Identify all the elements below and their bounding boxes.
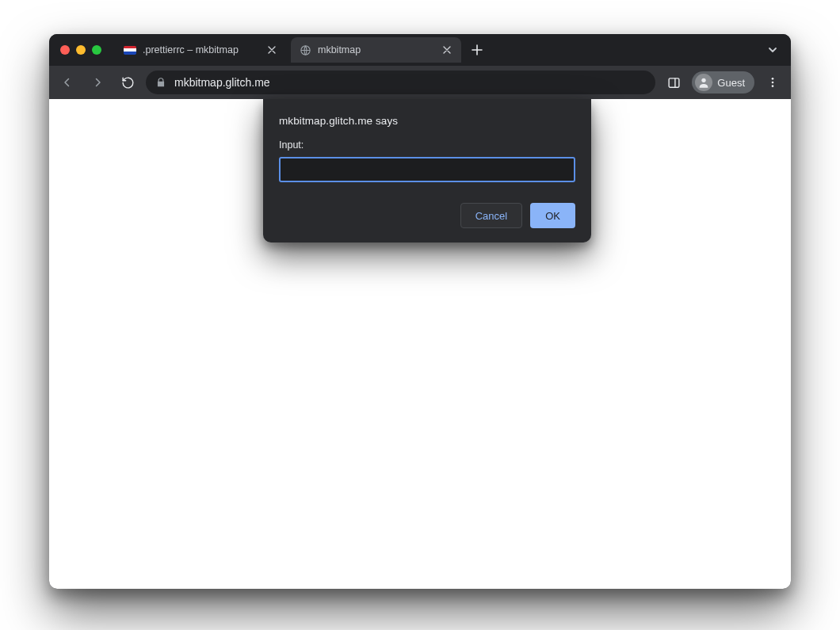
svg-rect-1 xyxy=(669,78,679,86)
window-controls xyxy=(60,45,101,55)
reload-button[interactable] xyxy=(116,71,139,94)
flag-icon xyxy=(124,44,136,56)
dialog-buttons: Cancel OK xyxy=(279,203,575,228)
toolbar: mkbitmap.glitch.me Guest xyxy=(49,66,791,99)
side-panel-button[interactable] xyxy=(662,71,685,94)
close-icon[interactable] xyxy=(441,44,453,56)
button-label: OK xyxy=(545,210,560,222)
chevron-down-icon[interactable] xyxy=(761,44,785,55)
url-text: mkbitmap.glitch.me xyxy=(174,76,270,89)
svg-point-5 xyxy=(772,85,774,87)
profile-label: Guest xyxy=(717,77,745,89)
back-button[interactable] xyxy=(55,71,79,94)
tab-title: mkbitmap xyxy=(318,44,434,55)
js-prompt-dialog: mkbitmap.glitch.me says Input: Cancel OK xyxy=(263,99,591,242)
window-minimize-button[interactable] xyxy=(76,45,86,55)
ok-button[interactable]: OK xyxy=(530,203,575,228)
kebab-menu-button[interactable] xyxy=(761,71,785,94)
forward-button[interactable] xyxy=(86,71,109,94)
browser-window: .prettierrc – mkbitmap mkbitmap xyxy=(49,34,791,589)
profile-chip[interactable]: Guest xyxy=(692,71,754,94)
new-tab-button[interactable] xyxy=(466,39,488,61)
tab-mkbitmap[interactable]: mkbitmap xyxy=(291,37,461,63)
window-zoom-button[interactable] xyxy=(92,45,101,55)
globe-icon xyxy=(299,44,311,56)
svg-point-3 xyxy=(772,78,774,80)
tab-strip: .prettierrc – mkbitmap mkbitmap xyxy=(49,34,791,66)
window-close-button[interactable] xyxy=(60,45,70,55)
svg-point-2 xyxy=(702,78,706,82)
dialog-prompt-label: Input: xyxy=(279,139,575,151)
svg-point-4 xyxy=(772,82,774,84)
tab-prettierrc[interactable]: .prettierrc – mkbitmap xyxy=(116,37,286,63)
page-content: mkbitmap.glitch.me says Input: Cancel OK xyxy=(49,99,791,589)
address-bar[interactable]: mkbitmap.glitch.me xyxy=(146,71,655,94)
prompt-input[interactable] xyxy=(279,157,575,182)
dialog-origin: mkbitmap.glitch.me says xyxy=(279,115,575,127)
tab-title: .prettierrc – mkbitmap xyxy=(143,44,259,55)
button-label: Cancel xyxy=(475,210,507,222)
cancel-button[interactable]: Cancel xyxy=(460,203,522,228)
avatar-icon xyxy=(695,74,712,91)
close-icon[interactable] xyxy=(265,44,278,56)
lock-icon xyxy=(155,77,166,88)
